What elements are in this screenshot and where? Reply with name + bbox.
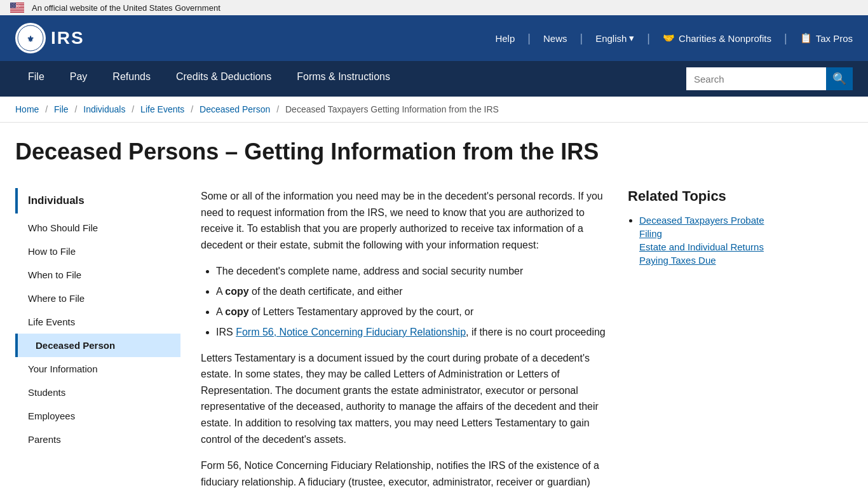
taxpros-icon: 📋 [800, 32, 812, 44]
svg-rect-11 [10, 11, 24, 12]
related-topic-part-3: Paying Taxes Due [639, 255, 716, 266]
breadcrumb-file[interactable]: File [54, 104, 69, 114]
page-title: Deceased Persons – Getting Information f… [15, 138, 853, 165]
breadcrumb-individuals[interactable]: Individuals [83, 104, 125, 114]
help-link[interactable]: Help [495, 33, 515, 44]
sidebar-item-who-should-file[interactable]: Who Should File [15, 216, 180, 240]
nav-file[interactable]: File [15, 61, 57, 97]
related-topics-sidebar: Related Topics Deceased Taxpayers Probat… [628, 188, 774, 272]
content-layout: Individuals Who Should File How to File … [0, 173, 868, 488]
page-title-section: Deceased Persons – Getting Information f… [0, 123, 868, 173]
irs-logo[interactable]: ⚜ IRS [15, 23, 85, 53]
search-input[interactable] [686, 67, 826, 90]
related-topics-list: Deceased Taxpayers Probate Filing Estate… [628, 214, 774, 267]
article-intro: Some or all of the information you need … [201, 188, 607, 253]
sidebar-item-life-events[interactable]: Life Events [15, 310, 180, 334]
related-topics-title: Related Topics [628, 188, 774, 205]
nav-credits-deductions[interactable]: Credits & Deductions [163, 61, 284, 97]
svg-rect-10 [10, 10, 24, 11]
sidebar-item-employees[interactable]: Employees [15, 404, 180, 428]
sidebar-item-when-to-file[interactable]: When to File [15, 263, 180, 287]
bullet-3: A copy of Letters Testamentary approved … [216, 304, 607, 320]
svg-rect-9 [10, 10, 24, 10]
breadcrumb-life-events[interactable]: Life Events [140, 104, 184, 114]
article-content: Some or all of the information you need … [201, 188, 607, 488]
sidebar-item-parents[interactable]: Parents [15, 428, 180, 451]
related-topic-part-2: Estate and Individual Returns [639, 241, 764, 252]
charities-link[interactable]: 🤝 Charities & Nonprofits [663, 32, 771, 44]
gov-banner: ★ ★ ★ ★ ★ ★ ★ ★ ★ ★ ★ ★ ★ ★ ★ ★ ★ ★ ★ ★ … [0, 0, 868, 15]
us-flag-icon: ★ ★ ★ ★ ★ ★ ★ ★ ★ ★ ★ ★ ★ ★ ★ ★ ★ ★ ★ ★ … [10, 3, 24, 13]
svg-text:⚜: ⚜ [27, 34, 34, 44]
sidebar-item-students[interactable]: Students [15, 381, 180, 404]
search-icon: 🔍 [832, 72, 846, 85]
irs-text: IRS [51, 28, 85, 48]
tax-pros-link[interactable]: 📋 Tax Pros [800, 32, 853, 44]
breadcrumb-deceased-person[interactable]: Deceased Person [200, 104, 270, 114]
article-bullet-list: The decedent's complete name, address an… [216, 264, 607, 340]
related-topic-link-1[interactable]: Deceased Taxpayers Probate Filing Estate… [639, 215, 764, 266]
nav-forms-instructions[interactable]: Forms & Instructions [284, 61, 403, 97]
breadcrumb-sep-3: / [132, 104, 134, 114]
sidebar-item-your-information[interactable]: Your Information [15, 357, 180, 381]
sidebar-item-how-to-file[interactable]: How to File [15, 240, 180, 263]
main-nav: File Pay Refunds Credits & Deductions Fo… [0, 61, 868, 97]
gov-banner-text: An official website of the United States… [32, 3, 220, 13]
related-topic-part-1: Deceased Taxpayers Probate Filing [639, 215, 764, 239]
svg-rect-12 [10, 12, 24, 13]
nav-pay[interactable]: Pay [57, 61, 100, 97]
breadcrumb-sep-2: / [74, 104, 77, 114]
svg-rect-7 [10, 8, 24, 9]
nav-divider-4: | [784, 32, 787, 45]
nav-divider-1: | [527, 32, 531, 45]
nav-divider-2: | [580, 32, 583, 45]
irs-emblem: ⚜ [15, 23, 46, 53]
chevron-down-icon: ▾ [629, 32, 634, 44]
nav-links: File Pay Refunds Credits & Deductions Fo… [15, 61, 403, 97]
site-header: ⚜ IRS Help | News | English ▾ | 🤝 Charit… [0, 15, 868, 61]
related-topic-item-1: Deceased Taxpayers Probate Filing Estate… [639, 214, 774, 267]
nav-refunds[interactable]: Refunds [100, 61, 163, 97]
breadcrumb-sep-4: / [191, 104, 193, 114]
bullet-4: IRS Form 56, Notice Concerning Fiduciary… [216, 325, 607, 340]
bullet-2: A copy of the death certificate, and eit… [216, 284, 607, 299]
breadcrumb-current: Deceased Taxpayers Getting Information f… [285, 104, 499, 114]
article-para-2: Letters Testamentary is a document issue… [201, 350, 607, 448]
news-link[interactable]: News [543, 33, 567, 44]
breadcrumb: Home / File / Individuals / Life Events … [0, 97, 868, 123]
sidebar-item-deceased-person[interactable]: Deceased Person [15, 334, 180, 357]
breadcrumb-sep-5: / [276, 104, 279, 114]
svg-rect-8 [10, 9, 24, 10]
form-56-link[interactable]: Form 56, Notice Concerning Fiduciary Rel… [236, 327, 466, 337]
sidebar: Individuals Who Should File How to File … [15, 188, 180, 451]
nav-divider-3: | [647, 32, 650, 45]
bullet-1: The decedent's complete name, address an… [216, 264, 607, 279]
language-selector[interactable]: English ▾ [595, 32, 634, 44]
search-button[interactable]: 🔍 [826, 67, 853, 90]
sidebar-section-title: Individuals [15, 188, 180, 214]
search-box: 🔍 [686, 61, 853, 97]
charity-icon: 🤝 [663, 32, 675, 44]
article-para-3: Form 56, Notice Concerning Fiduciary Rel… [201, 458, 607, 488]
sidebar-item-where-to-file[interactable]: Where to File [15, 287, 180, 310]
breadcrumb-home[interactable]: Home [15, 104, 39, 114]
breadcrumb-sep-1: / [45, 104, 48, 114]
header-nav: Help | News | English ▾ | 🤝 Charities & … [495, 32, 853, 45]
